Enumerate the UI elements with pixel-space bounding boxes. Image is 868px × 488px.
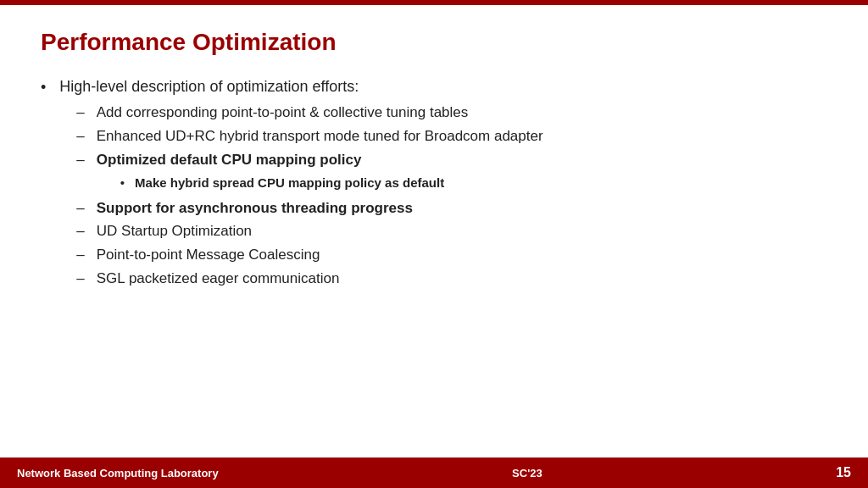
list-item: • Make hybrid spread CPU mapping policy … — [97, 174, 444, 191]
sub-list: – Add corresponding point-to-point & col… — [59, 103, 542, 289]
list-item: – Point-to-point Message Coalescing — [59, 245, 542, 265]
list-item: – SGL packetized eager communication — [59, 269, 542, 289]
main-list: • High-level description of optimization… — [41, 76, 827, 292]
dash-icon: – — [76, 150, 84, 170]
dash-icon: – — [76, 198, 84, 219]
footer-conference: SC'23 — [512, 467, 542, 480]
sub-item-text: SGL packetized eager communication — [97, 269, 340, 289]
sub-item-text: Add corresponding point-to-point & colle… — [97, 103, 469, 123]
sub-item-text-bold: Optimized default CPU mapping policy — [97, 152, 362, 168]
sub-sub-text: Make hybrid spread CPU mapping policy as… — [135, 174, 444, 191]
list-item: – Add corresponding point-to-point & col… — [59, 103, 542, 123]
main-bullet-text: High-level description of optimization e… — [59, 78, 359, 95]
slide-title: Performance Optimization — [41, 29, 827, 56]
slide-content: Performance Optimization • High-level de… — [0, 5, 868, 458]
list-item: – Optimized default CPU mapping policy •… — [59, 150, 542, 195]
dash-icon: – — [76, 269, 84, 289]
dash-icon: – — [76, 103, 84, 123]
sub-item-text: Point-to-point Message Coalescing — [97, 245, 320, 265]
footer: Network Based Computing Laboratory SC'23… — [0, 458, 868, 488]
sub-sub-dot-icon: • — [120, 174, 125, 191]
sub-sub-list: • Make hybrid spread CPU mapping policy … — [97, 174, 444, 191]
list-item: – Enhanced UD+RC hybrid transport mode t… — [59, 126, 542, 147]
sub-item-text: Enhanced UD+RC hybrid transport mode tun… — [97, 126, 543, 147]
sub-item-text-bold: Support for asynchronous threading progr… — [97, 198, 413, 219]
main-bullet: • High-level description of optimization… — [41, 76, 827, 292]
dash-icon: – — [76, 221, 84, 241]
sub-item-text: UD Startup Optimization — [97, 221, 252, 241]
footer-lab: Network Based Computing Laboratory — [17, 467, 219, 480]
dash-icon: – — [76, 126, 84, 147]
list-item: – Support for asynchronous threading pro… — [59, 198, 542, 219]
footer-page-number: 15 — [836, 465, 851, 480]
bullet-dot: • — [41, 77, 46, 98]
list-item: – UD Startup Optimization — [59, 221, 542, 241]
dash-icon: – — [76, 245, 84, 265]
